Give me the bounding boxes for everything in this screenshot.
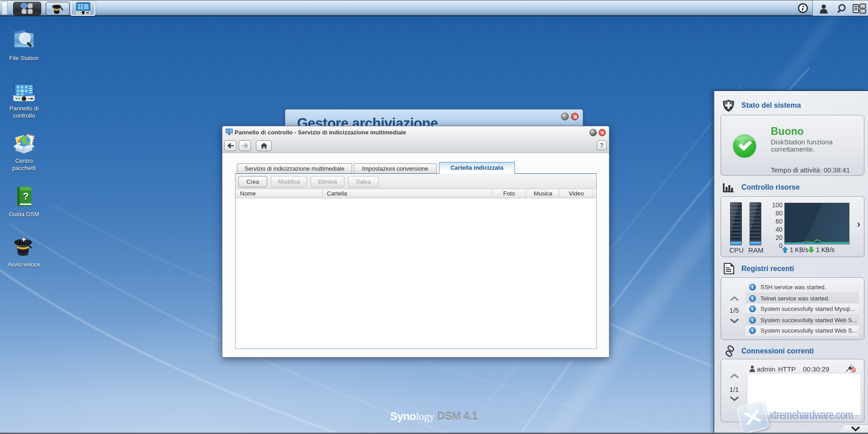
svg-text:?: ? [23,191,28,202]
